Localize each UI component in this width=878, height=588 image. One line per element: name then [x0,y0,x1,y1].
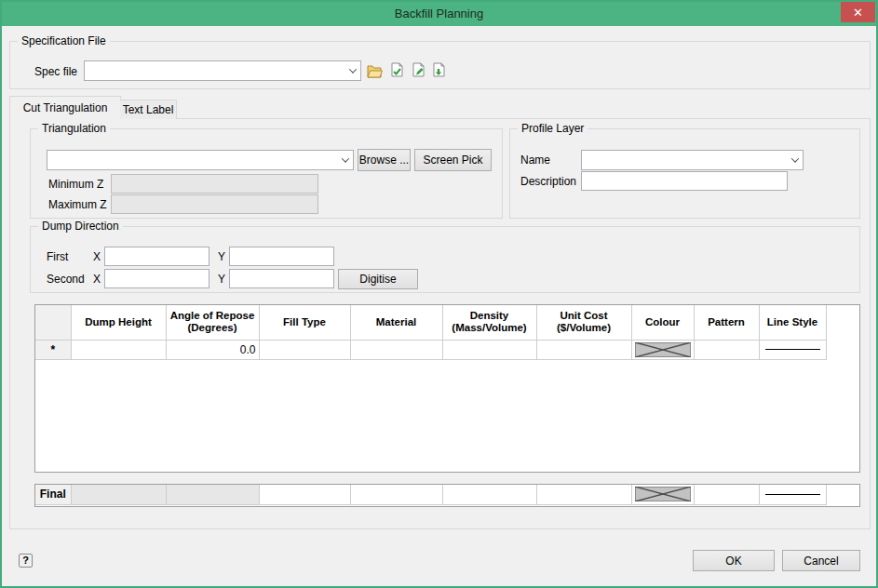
final-cell-colour[interactable] [631,485,694,504]
cell-density[interactable] [442,340,536,359]
cell-line-style[interactable] [759,340,826,359]
screen-pick-button[interactable]: Screen Pick [414,149,492,171]
second-x-label: X [93,273,101,286]
profile-description-field[interactable] [581,171,788,191]
no-colour-crossed-icon [635,487,691,501]
grid-new-row: * 0.0 [35,340,826,359]
dropdown-arrow-icon[interactable] [344,61,360,80]
profile-layer-group-label: Profile Layer [518,122,588,135]
col-angle-of-repose: Angle of Repose(Degrees) [166,305,259,340]
cell-dump-height[interactable] [71,340,166,359]
view-spec-file-icon[interactable] [388,61,406,78]
cell-unit-cost[interactable] [536,340,631,359]
profile-name-combobox[interactable] [581,150,804,170]
profile-name-label: Name [520,154,550,167]
spec-file-label: Spec file [34,65,77,78]
tab-cut-triangulation-label: Cut Triangulation [23,101,108,114]
tab-text-label-label: Text Label [123,103,174,116]
cell-angle-of-repose[interactable]: 0.0 [166,340,259,359]
minimum-z-field[interactable] [111,174,318,194]
save-spec-file-icon[interactable] [430,61,448,78]
final-cell-pattern[interactable] [694,485,759,504]
row-header-final[interactable]: Final [35,485,71,504]
tab-cut-triangulation[interactable]: Cut Triangulation [9,96,121,119]
second-y-label: Y [218,273,225,286]
first-label: First [47,250,68,263]
triangulation-combobox[interactable] [47,150,354,170]
final-cell-angle-of-repose [166,485,259,504]
cell-material[interactable] [350,340,442,359]
specification-file-group-label: Specification File [18,34,110,47]
no-colour-crossed-icon [635,342,691,357]
window-title: Backfill Planning [2,2,876,25]
tab-text-label[interactable]: Text Label [120,100,177,119]
help-icon: ? [22,555,29,566]
digitise-button[interactable]: Digitise [338,269,418,289]
edit-spec-file-icon[interactable] [410,61,427,78]
final-cell-material[interactable] [350,485,442,504]
col-line-style: Line Style [759,305,826,340]
first-x-field[interactable] [104,247,209,266]
second-x-field[interactable] [104,269,209,288]
backfill-planning-dialog: Backfill Planning ✕ Specification File S… [0,0,878,588]
final-cell-fill-type[interactable] [259,485,350,504]
close-button[interactable]: ✕ [841,2,875,22]
cell-pattern[interactable] [694,340,759,359]
dump-direction-group-label: Dump Direction [38,220,123,233]
row-header-new[interactable]: * [35,340,71,359]
help-button[interactable]: ? [19,554,33,568]
final-row-grid: Final [34,484,860,507]
cell-colour[interactable] [631,340,694,359]
profile-description-label: Description [520,175,576,188]
final-cell-line-style[interactable] [759,485,826,504]
solid-line-style-icon [765,349,820,350]
maximum-z-label: Maximum Z [48,198,107,211]
col-unit-cost: Unit Cost($/Volume) [536,305,631,340]
grid-corner-cell [35,305,71,340]
grid-header-row: Dump Height Angle of Repose(Degrees) Fil… [35,305,826,340]
first-x-label: X [93,250,101,263]
maximum-z-field[interactable] [111,194,318,214]
grid-final-row: Final [35,485,826,504]
dropdown-arrow-icon[interactable] [787,151,803,169]
second-label: Second [47,273,85,286]
minimum-z-label: Minimum Z [48,178,103,191]
cell-fill-type[interactable] [259,340,350,359]
close-icon: ✕ [853,6,863,20]
cancel-button[interactable]: Cancel [782,550,860,571]
ok-button[interactable]: OK [693,550,775,571]
final-cell-dump-height [71,485,166,504]
col-colour: Colour [631,305,694,340]
spec-file-combobox[interactable] [84,60,361,81]
col-fill-type: Fill Type [259,305,350,340]
final-cell-density[interactable] [442,485,536,504]
first-y-field[interactable] [229,247,334,266]
col-pattern: Pattern [694,305,759,340]
col-density: Density(Mass/Volume) [442,305,536,340]
dropdown-arrow-icon[interactable] [337,151,353,169]
second-y-field[interactable] [229,269,334,288]
col-dump-height: Dump Height [71,305,166,340]
triangulation-group-label: Triangulation [38,122,110,135]
first-y-label: Y [218,250,225,263]
browse-button[interactable]: Browse ... [358,149,411,171]
solid-line-style-icon [765,494,820,495]
col-material: Material [350,305,442,340]
open-folder-icon[interactable] [366,62,384,79]
final-cell-unit-cost[interactable] [536,485,631,504]
title-bar: Backfill Planning ✕ [2,2,876,26]
dump-grid: Dump Height Angle of Repose(Degrees) Fil… [34,304,860,473]
